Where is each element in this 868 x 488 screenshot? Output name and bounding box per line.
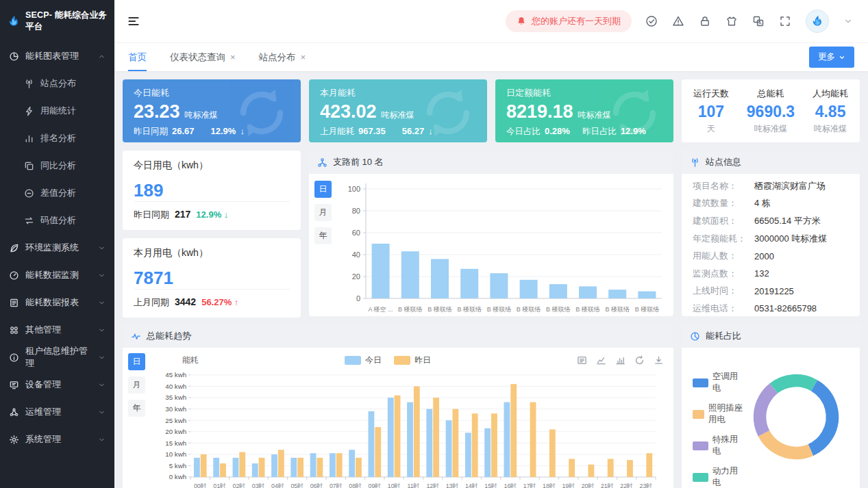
usage-pct: 12.9% ↓: [196, 209, 228, 220]
legend-item-lighting[interactable]: 照明插座用电: [693, 402, 745, 426]
more-label: 更多: [818, 51, 835, 63]
menu-label: 能耗图表管理: [25, 50, 79, 62]
sidebar-item-yoy-analysis[interactable]: 同比分析: [0, 152, 114, 179]
legend-item-yesterday[interactable]: 昨日: [394, 355, 431, 366]
sidebar-item-ranking-analysis[interactable]: 排名分析: [0, 125, 114, 152]
station-value: 3000000 吨标准煤: [754, 233, 827, 245]
dashboard-content: 今日能耗 23.23吨标准煤 昨日同期26.67 12.9% ↓ 本月能耗 42…: [114, 71, 868, 488]
flame-logo-icon: [7, 13, 21, 29]
theme-shirt-icon[interactable]: [726, 15, 738, 27]
summary-label: 人均能耗: [813, 88, 848, 100]
usage-cards-column: 今日用电（kwh） 189 昨日同期 217 12.9% ↓ 本月用电（kwh）…: [123, 151, 301, 316]
legend-label: 照明插座用电: [708, 402, 745, 426]
period-year-button[interactable]: 年: [128, 400, 145, 417]
panel-header: 站点信息: [682, 151, 860, 174]
sidebar-item-energy-stats[interactable]: 用能统计: [0, 97, 114, 125]
svg-text:0 kwh: 0 kwh: [169, 473, 187, 480]
tab-home[interactable]: 首页: [128, 43, 147, 71]
avatar[interactable]: [806, 10, 829, 33]
refresh-icon[interactable]: [634, 355, 645, 365]
tab-label: 站点分布: [259, 51, 296, 64]
sidebar-item-site-distribution[interactable]: 站点分布: [0, 70, 114, 97]
legend-item-special[interactable]: 特殊用电: [693, 434, 745, 457]
sidebar-item-code-value-analysis[interactable]: 码值分析: [0, 207, 114, 234]
usage-value: 7871: [134, 268, 290, 289]
svg-text:09时: 09时: [369, 482, 382, 488]
stat-title: 本月能耗: [320, 87, 476, 99]
svg-text:05时: 05时: [290, 482, 303, 488]
sidebar-item-env-monitoring[interactable]: 环境监测系统: [0, 234, 114, 261]
warning-icon[interactable]: [672, 15, 684, 27]
panel-title: 总能耗趋势: [147, 330, 191, 342]
usage-card-month-electricity: 本月用电（kwh） 7871 上月同期 3442 56.27% ↑: [123, 238, 301, 318]
tab-label: 仪表状态查询: [170, 51, 225, 64]
legend-swatch: [693, 441, 708, 450]
stat-foot-value: 0.28%: [545, 126, 570, 136]
tab-meter-status[interactable]: 仪表状态查询×: [170, 43, 236, 71]
svg-text:5 kwh: 5 kwh: [169, 461, 187, 469]
close-icon[interactable]: ×: [230, 52, 236, 62]
close-icon[interactable]: ×: [301, 52, 306, 62]
gauge-icon: [9, 270, 19, 281]
svg-text:16时: 16时: [504, 482, 517, 488]
menu-label: 码值分析: [40, 214, 76, 227]
menu-label: 设备管理: [25, 378, 61, 391]
line-chart-icon[interactable]: [596, 355, 606, 365]
stat-unit: 吨标准煤: [382, 110, 414, 121]
data-view-icon[interactable]: [577, 355, 587, 365]
more-tabs-button[interactable]: 更多: [809, 47, 854, 68]
period-month-button[interactable]: 月: [128, 376, 145, 394]
legend-item-today[interactable]: 今日: [345, 355, 382, 366]
user-menu-chevron-icon[interactable]: [843, 16, 853, 26]
bar-chart-icon[interactable]: [615, 355, 625, 365]
stat-value: 423.02: [320, 101, 377, 123]
svg-text:01时: 01时: [213, 482, 226, 488]
topbar-icons: A: [645, 10, 853, 33]
sidebar-item-system-mgmt[interactable]: 系统管理: [0, 426, 114, 453]
collapse-sidebar-button[interactable]: [127, 14, 140, 28]
total-energy-trend-panel: 总能耗趋势 日 月 年 能耗 今日 昨日: [123, 324, 673, 488]
summary-value: 107: [693, 103, 729, 121]
trend-chart-top-row: 能耗 今日 昨日: [151, 352, 668, 370]
svg-text:B 楼联络: B 楼联络: [398, 306, 423, 313]
usage-foot-value: 3442: [175, 296, 196, 307]
sidebar-item-tenant-info-mgmt[interactable]: 租户信息维护管理: [0, 344, 114, 371]
sidebar-item-energy-data-report[interactable]: 能耗数据报表: [0, 289, 114, 316]
period-year-button[interactable]: 年: [314, 227, 332, 244]
menu-label: 运维管理: [25, 406, 61, 418]
svg-text:07时: 07时: [330, 482, 343, 488]
period-month-button[interactable]: 月: [314, 204, 332, 221]
chevron-down-icon: [98, 381, 106, 389]
download-icon[interactable]: [654, 355, 664, 365]
lock-icon[interactable]: [699, 15, 711, 27]
legend-swatch: [693, 378, 708, 387]
menu-label: 系统管理: [25, 433, 61, 446]
station-value: 20191225: [754, 286, 794, 296]
station-label: 项目名称：: [693, 180, 754, 192]
summary-value: 4.85: [813, 103, 848, 121]
svg-text:00时: 00时: [194, 482, 207, 488]
legend-item-power[interactable]: 动力用电: [693, 465, 745, 488]
check-circle-icon[interactable]: [645, 15, 658, 27]
stat-value: 23.23: [134, 101, 180, 123]
sidebar-item-diff-analysis[interactable]: 差值分析: [0, 179, 114, 207]
sidebar-item-other-mgmt[interactable]: 其他管理: [0, 316, 114, 344]
fullscreen-icon[interactable]: [779, 15, 791, 27]
tab-site-distribution[interactable]: 站点分布×: [259, 43, 306, 71]
translate-icon[interactable]: A: [752, 15, 765, 27]
menu-label: 租户信息维护管理: [25, 345, 92, 370]
usage-title: 今日用电（kwh）: [134, 159, 290, 172]
period-day-button[interactable]: 日: [128, 353, 145, 370]
account-expiry-alert[interactable]: 您的账户还有一天到期: [506, 10, 632, 32]
legend-item-ac[interactable]: 空调用电: [693, 371, 745, 394]
sidebar-item-ops-mgmt[interactable]: 运维管理: [0, 398, 114, 426]
sidebar-item-energy-chart-mgmt[interactable]: 能耗图表管理: [0, 42, 114, 70]
pulse-icon: [131, 331, 141, 342]
svg-text:35 kwh: 35 kwh: [165, 394, 186, 401]
menu-label: 差值分析: [40, 187, 76, 199]
sidebar-item-device-mgmt[interactable]: 设备管理: [0, 371, 114, 398]
chevron-down-icon: [98, 299, 106, 307]
period-day-button[interactable]: 日: [314, 181, 332, 198]
summary-col-total: 总能耗 9690.3 吨标准煤: [747, 88, 795, 135]
sidebar-item-energy-data-monitoring[interactable]: 能耗数据监测: [0, 261, 114, 289]
